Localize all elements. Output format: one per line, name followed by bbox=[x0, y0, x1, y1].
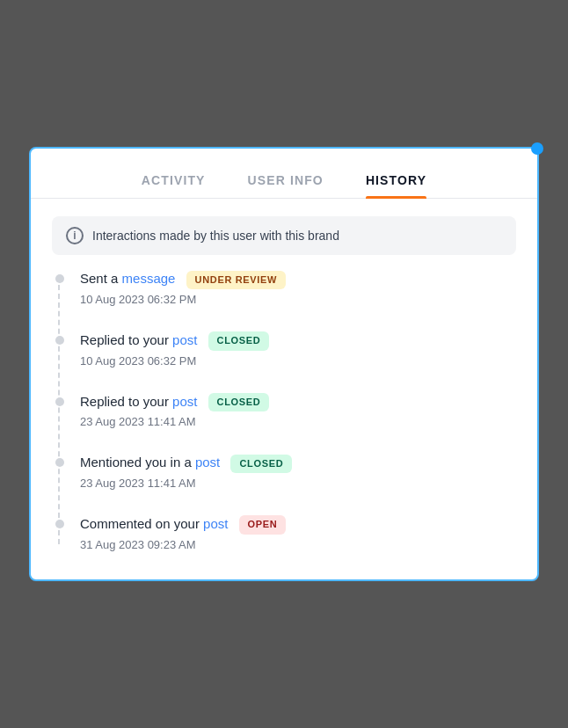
item-5-link[interactable]: post bbox=[203, 516, 228, 531]
info-banner-text: Interactions made by this user with this… bbox=[92, 229, 339, 243]
timeline-items: Sent a message UNDER REVIEW 10 Aug 2023 … bbox=[52, 269, 516, 551]
item-2-prefix: Replied to your bbox=[80, 332, 172, 347]
item-5-badge: OPEN bbox=[239, 515, 287, 534]
item-3-prefix: Replied to your bbox=[80, 394, 172, 409]
timeline-dot-2 bbox=[55, 336, 64, 345]
tab-nav: ACTIVITY USER INFO HISTORY bbox=[31, 149, 537, 199]
timeline: Sent a message UNDER REVIEW 10 Aug 2023 … bbox=[31, 269, 537, 551]
item-1-link[interactable]: message bbox=[122, 271, 176, 286]
timeline-item-2: Replied to your post CLOSED 10 Aug 2023 … bbox=[80, 331, 516, 368]
item-3-timestamp: 23 Aug 2023 11:41 AM bbox=[80, 415, 516, 428]
timeline-item-1: Sent a message UNDER REVIEW 10 Aug 2023 … bbox=[80, 269, 516, 306]
item-4-timestamp: 23 Aug 2023 11:41 AM bbox=[80, 477, 516, 490]
item-3-badge: CLOSED bbox=[208, 393, 270, 411]
item-3-action: Replied to your post CLOSED bbox=[80, 392, 516, 412]
timeline-dot-1 bbox=[55, 274, 64, 283]
item-1-timestamp: 10 Aug 2023 06:32 PM bbox=[80, 293, 516, 306]
timeline-dot-3 bbox=[55, 397, 64, 406]
item-2-action: Replied to your post CLOSED bbox=[80, 331, 516, 351]
item-1-action: Sent a message UNDER REVIEW bbox=[80, 269, 516, 289]
item-4-action: Mentioned you in a post CLOSED bbox=[80, 453, 516, 473]
item-5-prefix: Commented on your bbox=[80, 516, 203, 531]
item-4-link[interactable]: post bbox=[195, 455, 220, 470]
info-banner: i Interactions made by this user with th… bbox=[52, 216, 516, 255]
main-card: ACTIVITY USER INFO HISTORY i Interaction… bbox=[29, 147, 539, 581]
tab-activity[interactable]: ACTIVITY bbox=[142, 173, 206, 198]
info-icon: i bbox=[66, 227, 84, 244]
timeline-item-3: Replied to your post CLOSED 23 Aug 2023 … bbox=[80, 392, 516, 429]
item-2-link[interactable]: post bbox=[172, 332, 197, 347]
item-5-timestamp: 31 Aug 2023 09:23 AM bbox=[80, 538, 516, 551]
tab-history[interactable]: HISTORY bbox=[366, 173, 426, 198]
item-3-link[interactable]: post bbox=[172, 394, 197, 409]
timeline-dot-5 bbox=[55, 520, 64, 528]
item-2-timestamp: 10 Aug 2023 06:32 PM bbox=[80, 354, 516, 368]
item-5-action: Commented on your post OPEN bbox=[80, 514, 516, 535]
item-1-prefix: Sent a bbox=[80, 271, 122, 286]
timeline-item-5: Commented on your post OPEN 31 Aug 2023 … bbox=[80, 514, 516, 551]
timeline-line bbox=[58, 276, 60, 544]
timeline-dot-4 bbox=[55, 458, 64, 467]
item-2-badge: CLOSED bbox=[208, 331, 270, 350]
timeline-item-4: Mentioned you in a post CLOSED 23 Aug 20… bbox=[80, 453, 516, 490]
item-4-badge: CLOSED bbox=[230, 455, 292, 473]
tab-user-info[interactable]: USER INFO bbox=[248, 173, 324, 198]
item-4-prefix: Mentioned you in a bbox=[80, 455, 195, 470]
item-1-badge: UNDER REVIEW bbox=[186, 271, 286, 289]
